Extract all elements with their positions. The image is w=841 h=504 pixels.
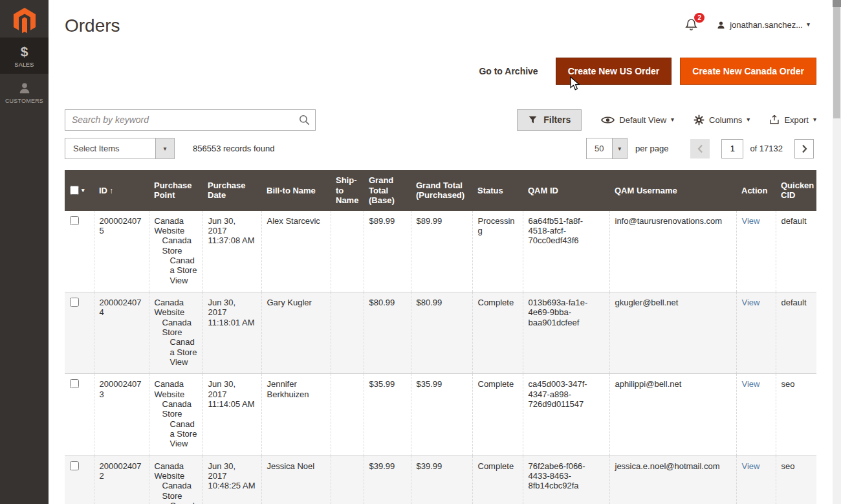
sidebar-item-sales[interactable]: $ SALES bbox=[0, 38, 49, 74]
cell-action: View bbox=[736, 374, 776, 455]
select-items-dropdown[interactable]: Select Items ▾ bbox=[65, 138, 175, 159]
export-label: Export bbox=[784, 115, 809, 125]
user-name: jonathan.sanchez... bbox=[730, 20, 803, 30]
header-actions: 2 jonathan.sanchez... ▾ bbox=[684, 17, 810, 32]
row-checkbox-cell bbox=[65, 374, 94, 455]
row-checkbox[interactable] bbox=[70, 379, 79, 388]
notifications-button[interactable]: 2 bbox=[684, 17, 698, 32]
cell-quicken-cid: default bbox=[776, 292, 816, 374]
cell-grand-total-purchased: $35.99 bbox=[411, 374, 472, 455]
pagination: 50 ▾ per page of 17132 bbox=[586, 138, 814, 159]
table-row[interactable]: 2000024075 Canada Website Canada Store C… bbox=[65, 211, 816, 292]
table-row[interactable]: 2000024074 Canada Website Canada Store C… bbox=[65, 292, 816, 374]
cell-ship-to bbox=[331, 292, 364, 374]
chevron-down-icon: ▾ bbox=[813, 116, 816, 123]
go-to-archive-button[interactable]: Go to Archive bbox=[479, 66, 538, 76]
cell-grand-total-purchased: $80.99 bbox=[411, 292, 472, 374]
column-header-grand-total-base[interactable]: Grand Total (Base) bbox=[364, 170, 411, 211]
export-control[interactable]: Export ▾ bbox=[769, 115, 816, 125]
dropdown-toggle[interactable]: ▾ bbox=[612, 138, 628, 159]
column-header-purchase-point[interactable]: Purchase Point bbox=[149, 170, 202, 211]
cell-id: 2000024074 bbox=[94, 292, 149, 374]
cell-status: Processing bbox=[472, 211, 523, 292]
table-row[interactable]: 2000024073 Canada Website Canada Store C… bbox=[65, 374, 816, 455]
cell-action: View bbox=[736, 455, 776, 504]
scrollbar-thumb[interactable] bbox=[833, 7, 840, 118]
dropdown-toggle[interactable]: ▾ bbox=[155, 138, 174, 159]
row-checkbox[interactable] bbox=[70, 216, 79, 225]
cell-grand-total-base: $39.99 bbox=[364, 455, 411, 504]
previous-page-button[interactable] bbox=[690, 139, 710, 159]
page-title: Orders bbox=[65, 16, 120, 36]
next-page-button[interactable] bbox=[794, 139, 814, 159]
view-link[interactable]: View bbox=[742, 379, 760, 389]
cell-status: Complete bbox=[472, 455, 523, 504]
cell-quicken-cid: seo bbox=[776, 374, 816, 455]
column-header-quicken-cid[interactable]: Quicken CID bbox=[776, 170, 816, 211]
chevron-left-icon bbox=[697, 144, 703, 153]
row-checkbox[interactable] bbox=[70, 461, 79, 470]
cell-purchase-point: Canada Website Canada Store Canada Store… bbox=[149, 292, 202, 374]
filters-label: Filters bbox=[543, 115, 571, 125]
create-us-order-button[interactable]: Create New US Order bbox=[556, 58, 672, 85]
column-header-status[interactable]: Status bbox=[472, 170, 523, 211]
cell-action: View bbox=[736, 292, 776, 374]
filters-button[interactable]: Filters bbox=[517, 109, 582, 131]
orders-table: ▾ ID↑ Purchase Point Purchase Date Bill-… bbox=[65, 170, 816, 504]
search-icon[interactable] bbox=[298, 114, 311, 126]
cell-ship-to bbox=[331, 374, 364, 455]
cell-purchase-date: Jun 30, 2017 11:37:08 AM bbox=[202, 211, 261, 292]
column-header-bill-to[interactable]: Bill-to Name bbox=[261, 170, 331, 211]
row-checkbox[interactable] bbox=[70, 298, 79, 307]
notification-badge: 2 bbox=[694, 13, 704, 23]
sidebar-item-label: CUSTOMERS bbox=[5, 98, 43, 104]
view-label: Default View bbox=[619, 115, 666, 125]
column-header-qam-id[interactable]: QAM ID bbox=[523, 170, 609, 211]
cell-purchase-point: Canada Website Canada Store Canada Store… bbox=[149, 211, 202, 292]
eye-icon bbox=[601, 115, 615, 125]
cell-qam-id: 013b693a-fa1e-4e69-9bba-baa901dcfeef bbox=[523, 292, 609, 374]
vertical-scrollbar[interactable] bbox=[833, 0, 841, 504]
column-header-qam-username[interactable]: QAM Username bbox=[609, 170, 736, 211]
table-row[interactable]: 2000024072 Canada Website Canada Store C… bbox=[65, 455, 816, 504]
view-link[interactable]: View bbox=[742, 298, 760, 307]
view-link[interactable]: View bbox=[742, 216, 760, 226]
magento-logo[interactable] bbox=[0, 0, 49, 38]
cell-purchase-date: Jun 30, 2017 11:18:01 AM bbox=[202, 292, 261, 374]
column-header-id[interactable]: ID↑ bbox=[94, 170, 149, 211]
header-checkbox-cell: ▾ bbox=[65, 170, 94, 211]
column-header-purchase-date[interactable]: Purchase Date bbox=[202, 170, 261, 211]
create-canada-order-button[interactable]: Create New Canada Order bbox=[680, 58, 816, 85]
export-icon bbox=[769, 115, 780, 125]
chevron-down-icon: ▾ bbox=[747, 116, 750, 123]
cell-qam-username: info@taurusrenovations.com bbox=[609, 211, 736, 292]
gear-icon bbox=[694, 115, 704, 126]
cell-qam-id: 76f2abe6-f066-4433-8463-8fb14cbc92fa bbox=[523, 455, 609, 504]
cell-bill-to: Jennifer Berkhuizen bbox=[261, 374, 331, 455]
dollar-icon: $ bbox=[21, 45, 28, 59]
view-link[interactable]: View bbox=[742, 461, 760, 471]
columns-control[interactable]: Columns ▾ bbox=[694, 115, 750, 126]
view-control[interactable]: Default View ▾ bbox=[601, 115, 674, 125]
cell-bill-to: Jessica Noel bbox=[261, 455, 331, 504]
cell-purchase-date: Jun 30, 2017 10:48:25 AM bbox=[202, 455, 261, 504]
cell-purchase-date: Jun 30, 2017 11:14:05 AM bbox=[202, 374, 261, 455]
column-header-grand-total-purchased[interactable]: Grand Total (Purchased) bbox=[411, 170, 472, 211]
cell-qam-id: 6a64fb51-fa8f-4518-afcf-70cc0edf43f6 bbox=[523, 211, 609, 292]
column-header-ship-to[interactable]: Ship-to Name bbox=[331, 170, 364, 211]
chevron-down-icon: ▾ bbox=[807, 21, 810, 28]
sort-asc-icon: ↑ bbox=[109, 186, 113, 195]
chevron-down-icon: ▾ bbox=[163, 146, 166, 152]
table-header-row: ▾ ID↑ Purchase Point Purchase Date Bill-… bbox=[65, 170, 816, 211]
select-all-checkbox[interactable] bbox=[70, 186, 79, 195]
chevron-down-icon[interactable]: ▾ bbox=[82, 188, 85, 193]
cell-grand-total-purchased: $39.99 bbox=[411, 455, 472, 504]
cell-grand-total-base: $89.99 bbox=[364, 211, 411, 292]
cell-action: View bbox=[736, 211, 776, 292]
sidebar-item-customers[interactable]: CUSTOMERS bbox=[0, 74, 49, 110]
search-input[interactable] bbox=[65, 109, 316, 131]
page-number-input[interactable] bbox=[721, 139, 743, 159]
per-page-select[interactable]: 50 ▾ bbox=[586, 138, 628, 159]
user-menu[interactable]: jonathan.sanchez... ▾ bbox=[716, 20, 810, 30]
scrollbar-up-button[interactable] bbox=[833, 0, 841, 7]
